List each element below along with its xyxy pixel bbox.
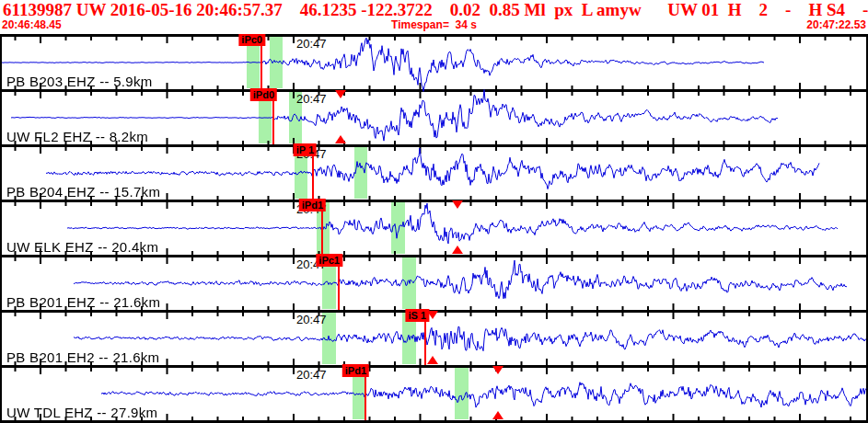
station-label: UW TDL EHZ -- 27.9km — [6, 405, 157, 420]
station-label: PB B201 EHZ -- 21.6km — [6, 294, 160, 310]
pick-flag[interactable]: iPc0 — [238, 34, 265, 46]
pick-flag[interactable]: iS 1 — [405, 309, 429, 322]
station-label: UW ELK EHZ -- 20.4km — [6, 239, 158, 255]
pick-flag[interactable]: iPd1 — [342, 364, 369, 377]
station-label: PB B203 EHZ -- 5.9km — [6, 74, 153, 89]
event-header: 61139987 UW 2016-05-16 20:46:57.37 46.12… — [0, 0, 868, 34]
amplitude-marker-up-icon — [492, 411, 503, 419]
station-label: UW FL2 EHZ -- 8.2km — [6, 129, 148, 144]
pick-flag[interactable]: iPd1 — [299, 199, 326, 212]
pick-flag[interactable]: iP 1 — [294, 143, 317, 156]
window-end-time: 20:47:22.53 — [806, 18, 866, 31]
event-summary-line: 61139987 UW 2016-05-16 20:46:57.37 46.12… — [3, 0, 868, 20]
amplitude-marker-down-icon — [492, 366, 503, 374]
seismogram-viewer-window: 61139987 UW 2016-05-16 20:46:57.37 46.12… — [0, 0, 868, 423]
amplitude-marker-up-icon — [335, 135, 346, 143]
pick-flag[interactable]: iPd0 — [250, 88, 277, 101]
amplitude-marker-up-icon — [452, 246, 463, 254]
station-label: PB B204 EHZ -- 15.7km — [6, 184, 160, 200]
timespan-label: Timespan= 34 s — [391, 18, 477, 31]
trace-plot-area[interactable]: 20:47iPc0PB B203 EHZ -- 5.9km20:47iPd0UW… — [0, 34, 868, 423]
amplitude-marker-up-icon — [427, 356, 438, 364]
station-label: PB B201 EH2 -- 21.6km — [6, 349, 159, 365]
amplitude-marker-down-icon — [452, 200, 463, 209]
pick-flag[interactable]: iPc1 — [316, 254, 342, 267]
amplitude-marker-down-icon — [335, 90, 346, 98]
window-start-time: 20:46:48.45 — [2, 18, 62, 31]
